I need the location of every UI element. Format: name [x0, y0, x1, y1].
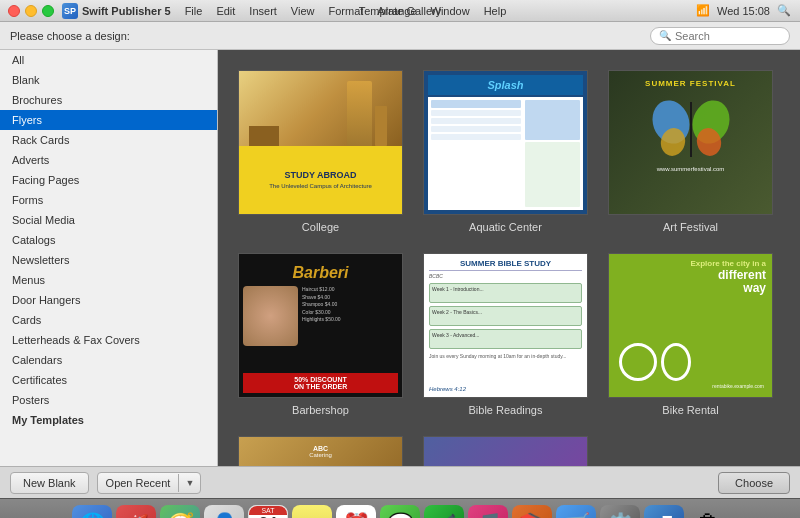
sidebar-item-letterheads[interactable]: Letterheads & Fax Covers — [0, 330, 217, 350]
gallery-row-2: Barberi Haircut $12.00 Shave $4.00 Shamp… — [238, 253, 780, 416]
sidebar-item-adverts[interactable]: Adverts — [0, 150, 217, 170]
gallery-label-bikerental: Bike Rental — [662, 404, 718, 416]
sidebar: All Blank Brochures Flyers Rack Cards Ad… — [0, 50, 218, 466]
sidebar-item-forms[interactable]: Forms — [0, 190, 217, 210]
menu-view[interactable]: View — [285, 3, 321, 19]
content-area: All Blank Brochures Flyers Rack Cards Ad… — [0, 50, 800, 466]
sidebar-item-certificates[interactable]: Certificates — [0, 370, 217, 390]
gallery-thumb-college: STUDY ABROAD The Unleveled Campus of Arc… — [238, 70, 403, 215]
gallery-area: STUDY ABROAD The Unleveled Campus of Arc… — [218, 50, 800, 466]
sidebar-item-door-hangers[interactable]: Door Hangers — [0, 290, 217, 310]
gallery-item-bible[interactable]: SUMMER BIBLE STUDY BCBC Week 1 - Introdu… — [423, 253, 588, 416]
close-button[interactable] — [8, 5, 20, 17]
app-icon: SP — [62, 3, 78, 19]
sidebar-item-rack-cards[interactable]: Rack Cards — [0, 130, 217, 150]
menu-file[interactable]: File — [179, 3, 209, 19]
dock-calendar[interactable]: SAT 24 — [248, 505, 288, 519]
bottom-bar: New Blank Open Recent ▼ Choose — [0, 466, 800, 498]
gallery-label-barbershop: Barbershop — [292, 404, 349, 416]
gallery-row-3: ABC Catering Helping the World Together … — [238, 436, 780, 466]
titlebar: SP Swift Publisher 5 File Edit Insert Vi… — [0, 0, 800, 22]
gallery-item-aquatic[interactable]: Splash — [423, 70, 588, 233]
gallery-thumb-barbershop: Barberi Haircut $12.00 Shave $4.00 Shamp… — [238, 253, 403, 398]
dock-notes[interactable]: N — [292, 505, 332, 519]
sidebar-item-posters[interactable]: Posters — [0, 390, 217, 410]
wifi-icon: 📶 — [695, 3, 711, 19]
choose-design-label: Please choose a design: — [10, 30, 130, 42]
sidebar-item-social-media[interactable]: Social Media — [0, 210, 217, 230]
gallery-item-partial-1[interactable]: ABC Catering — [238, 436, 403, 466]
dock-reminders[interactable]: ⏰ — [336, 505, 376, 519]
menu-help[interactable]: Help — [478, 3, 513, 19]
sidebar-item-menus[interactable]: Menus — [0, 270, 217, 290]
dock: 🌐 🚀 🧭 👤 SAT 24 N ⏰ 💬 📹 🎵 📚 🛒 ⚙️ 🖨 🗑 — [0, 498, 800, 518]
new-blank-button[interactable]: New Blank — [10, 472, 89, 494]
sidebar-item-newsletters[interactable]: Newsletters — [0, 250, 217, 270]
titlebar-right: 📶 Wed 15:08 🔍 — [695, 3, 792, 19]
gallery-thumb-aquatic: Splash — [423, 70, 588, 215]
sidebar-item-blank[interactable]: Blank — [0, 70, 217, 90]
dock-publisher[interactable]: 🖨 — [644, 505, 684, 519]
sidebar-item-calendars[interactable]: Calendars — [0, 350, 217, 370]
gallery-item-bikerental[interactable]: Explore the city in a different way rent… — [608, 253, 773, 416]
sidebar-item-cards[interactable]: Cards — [0, 310, 217, 330]
dock-music[interactable]: 🎵 — [468, 505, 508, 519]
gallery-item-barbershop[interactable]: Barberi Haircut $12.00 Shave $4.00 Shamp… — [238, 253, 403, 416]
gallery-item-artfestival[interactable]: SUMMER FESTIVAL www.summerfestival.com — [608, 70, 773, 233]
dock-launchpad[interactable]: 🚀 — [116, 505, 156, 519]
dock-safari[interactable]: 🧭 — [160, 505, 200, 519]
subtitle-bar: Please choose a design: 🔍 — [0, 22, 800, 50]
open-recent-arrow[interactable]: ▼ — [178, 474, 200, 492]
clock: Wed 15:08 — [717, 5, 770, 17]
minimize-button[interactable] — [25, 5, 37, 17]
sidebar-item-flyers[interactable]: Flyers — [0, 110, 217, 130]
dock-facetime[interactable]: 📹 — [424, 505, 464, 519]
menu-insert[interactable]: Insert — [243, 3, 283, 19]
search-icon[interactable]: 🔍 — [776, 3, 792, 19]
dock-books[interactable]: 📚 — [512, 505, 552, 519]
sidebar-item-catalogs[interactable]: Catalogs — [0, 230, 217, 250]
app-identity: SP Swift Publisher 5 — [62, 3, 171, 19]
main-content: Please choose a design: 🔍 All Blank Broc… — [0, 22, 800, 466]
menu-bar: File Edit Insert View Format Arrange Win… — [179, 3, 513, 19]
search-magnifier-icon: 🔍 — [659, 30, 671, 41]
gallery-label-college: College — [302, 221, 339, 233]
gallery-thumb-bible: SUMMER BIBLE STUDY BCBC Week 1 - Introdu… — [423, 253, 588, 398]
gallery-thumb-artfestival: SUMMER FESTIVAL www.summerfestival.com — [608, 70, 773, 215]
gallery-item-partial-2[interactable]: Helping the World Together we can make a… — [423, 436, 588, 466]
sidebar-item-all[interactable]: All — [0, 50, 217, 70]
dock-appstore[interactable]: 🛒 — [556, 505, 596, 519]
search-input[interactable] — [675, 30, 781, 42]
gallery-label-artfestival: Art Festival — [663, 221, 718, 233]
app-name: Swift Publisher 5 — [82, 5, 171, 17]
gallery-row-1: STUDY ABROAD The Unleveled Campus of Arc… — [238, 70, 780, 233]
menu-edit[interactable]: Edit — [210, 3, 241, 19]
dock-finder[interactable]: 🌐 — [72, 505, 112, 519]
gallery-item-college[interactable]: STUDY ABROAD The Unleveled Campus of Arc… — [238, 70, 403, 233]
search-box[interactable]: 🔍 — [650, 27, 790, 45]
sidebar-item-my-templates[interactable]: My Templates — [0, 410, 217, 430]
gallery-label-bible: Bible Readings — [469, 404, 543, 416]
choose-button[interactable]: Choose — [718, 472, 790, 494]
dock-trash[interactable]: 🗑 — [688, 505, 728, 519]
maximize-button[interactable] — [42, 5, 54, 17]
dock-messages[interactable]: 💬 — [380, 505, 420, 519]
open-recent-group: Open Recent ▼ — [97, 472, 202, 494]
traffic-lights — [8, 5, 54, 17]
sidebar-item-brochures[interactable]: Brochures — [0, 90, 217, 110]
sidebar-item-facing-pages[interactable]: Facing Pages — [0, 170, 217, 190]
gallery-label-aquatic: Aquatic Center — [469, 221, 542, 233]
dock-contacts[interactable]: 👤 — [204, 505, 244, 519]
dock-syspref[interactable]: ⚙️ — [600, 505, 640, 519]
open-recent-button[interactable]: Open Recent — [98, 473, 179, 493]
window-title: Template Gallery — [359, 5, 442, 17]
gallery-thumb-bikerental: Explore the city in a different way rent… — [608, 253, 773, 398]
